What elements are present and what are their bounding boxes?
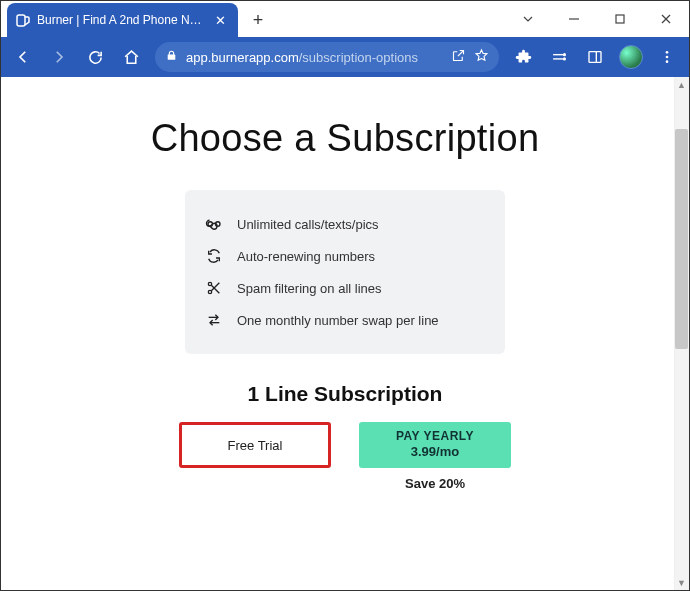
refresh-icon xyxy=(205,247,223,265)
extensions-icon[interactable] xyxy=(507,41,539,73)
bookmark-star-icon[interactable] xyxy=(474,48,489,66)
window-close-button[interactable] xyxy=(643,2,689,36)
tab-title: Burner | Find A 2nd Phone Numb xyxy=(37,13,207,27)
url-text: app.burnerapp.com/subscription-options xyxy=(186,50,443,65)
browser-toolbar: app.burnerapp.com/subscription-options xyxy=(1,37,689,77)
share-icon[interactable] xyxy=(451,48,466,66)
window-caret-icon[interactable] xyxy=(505,2,551,36)
scroll-down-icon[interactable]: ▼ xyxy=(674,575,689,590)
window-minimize-button[interactable] xyxy=(551,2,597,36)
window-controls xyxy=(505,1,689,37)
svg-rect-0 xyxy=(17,15,25,26)
svg-point-7 xyxy=(563,53,565,55)
feature-row: Unlimited calls/texts/pics xyxy=(205,208,485,240)
tab-close-icon[interactable]: ✕ xyxy=(213,13,228,28)
subscription-heading: 1 Line Subscription xyxy=(21,382,669,406)
infinity-icon xyxy=(205,215,223,233)
menu-button[interactable] xyxy=(651,41,683,73)
scroll-up-icon[interactable]: ▲ xyxy=(674,77,689,92)
swap-icon xyxy=(205,311,223,329)
free-trial-button[interactable]: Free Trial xyxy=(179,422,331,468)
svg-point-8 xyxy=(563,58,565,60)
pay-yearly-button[interactable]: PAY YEARLY 3.99/mo xyxy=(359,422,511,468)
reload-button[interactable] xyxy=(79,41,111,73)
feature-label: Spam filtering on all lines xyxy=(237,281,382,296)
back-button[interactable] xyxy=(7,41,39,73)
page-title: Choose a Subscription xyxy=(21,117,669,160)
plan-options: Free Trial PAY YEARLY 3.99/mo Save 20% xyxy=(21,422,669,491)
svg-point-12 xyxy=(666,56,669,59)
feature-row: One monthly number swap per line xyxy=(205,304,485,336)
feature-list: Unlimited calls/texts/pics Auto-renewing… xyxy=(185,190,505,354)
page-viewport: Choose a Subscription Unlimited calls/te… xyxy=(1,77,689,590)
tab-favicon-icon xyxy=(15,12,31,28)
browser-tab[interactable]: Burner | Find A 2nd Phone Numb ✕ xyxy=(7,3,238,37)
forward-button[interactable] xyxy=(43,41,75,73)
free-trial-label: Free Trial xyxy=(228,438,283,453)
scrollbar-thumb[interactable] xyxy=(675,129,688,349)
svg-point-14 xyxy=(208,282,211,285)
url-path: /subscription-options xyxy=(299,50,418,65)
feature-label: One monthly number swap per line xyxy=(237,313,439,328)
avatar-icon xyxy=(619,45,643,69)
feature-row: Auto-renewing numbers xyxy=(205,240,485,272)
new-tab-button[interactable]: + xyxy=(244,6,272,34)
svg-rect-2 xyxy=(616,15,624,23)
window-maximize-button[interactable] xyxy=(597,2,643,36)
feature-label: Auto-renewing numbers xyxy=(237,249,375,264)
tab-strip: Burner | Find A 2nd Phone Numb ✕ + xyxy=(1,1,272,37)
home-button[interactable] xyxy=(115,41,147,73)
svg-point-11 xyxy=(666,51,669,54)
yearly-label-line2: 3.99/mo xyxy=(411,444,459,461)
yearly-label-line1: PAY YEARLY xyxy=(396,429,474,445)
media-control-icon[interactable] xyxy=(543,41,575,73)
svg-point-13 xyxy=(666,60,669,63)
url-domain: app.burnerapp.com xyxy=(186,50,299,65)
profile-avatar[interactable] xyxy=(615,41,647,73)
lock-icon xyxy=(165,49,178,65)
scissors-icon xyxy=(205,279,223,297)
feature-label: Unlimited calls/texts/pics xyxy=(237,217,379,232)
side-panel-icon[interactable] xyxy=(579,41,611,73)
svg-rect-9 xyxy=(589,52,601,63)
scrollbar[interactable]: ▲ ▼ xyxy=(674,77,689,590)
address-bar[interactable]: app.burnerapp.com/subscription-options xyxy=(155,42,499,72)
window-titlebar: Burner | Find A 2nd Phone Numb ✕ + xyxy=(1,1,689,37)
yearly-plan-column: PAY YEARLY 3.99/mo Save 20% xyxy=(359,422,511,491)
svg-point-15 xyxy=(208,290,211,293)
save-text: Save 20% xyxy=(405,476,465,491)
feature-row: Spam filtering on all lines xyxy=(205,272,485,304)
page-content: Choose a Subscription Unlimited calls/te… xyxy=(1,77,689,491)
